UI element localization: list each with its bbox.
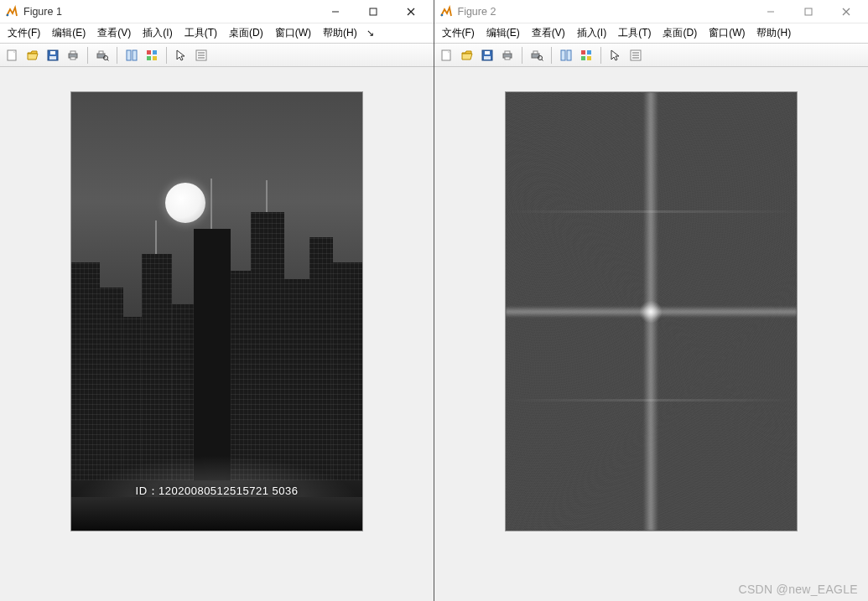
svg-line-16	[107, 60, 109, 61]
save-icon[interactable]	[478, 46, 496, 65]
skyline	[71, 229, 362, 480]
toolbar-separator	[166, 47, 167, 64]
pointer-icon[interactable]	[606, 46, 625, 65]
maximize-button[interactable]	[789, 0, 827, 23]
svg-rect-8	[50, 51, 55, 54]
svg-rect-11	[70, 51, 75, 54]
moon	[165, 183, 205, 223]
maximize-button[interactable]	[355, 0, 392, 23]
menu-edit[interactable]: 编辑(E)	[481, 24, 526, 42]
svg-rect-47	[587, 50, 591, 54]
fft-dc-component	[640, 301, 662, 323]
toolbar	[434, 44, 869, 67]
titlebar[interactable]: Figure 1	[0, 0, 434, 23]
figure-canvas[interactable]	[434, 67, 869, 601]
svg-rect-17	[127, 50, 131, 60]
menu-help[interactable]: 帮助(H)	[317, 24, 363, 42]
svg-rect-9	[49, 56, 56, 60]
svg-rect-36	[484, 56, 491, 60]
menu-tools[interactable]: 工具(T)	[179, 24, 223, 42]
toolbar	[0, 44, 434, 67]
water	[71, 497, 362, 531]
open-icon[interactable]	[23, 46, 42, 65]
menu-view[interactable]: 查看(V)	[526, 24, 571, 42]
svg-rect-38	[505, 51, 510, 54]
svg-rect-21	[147, 56, 151, 60]
menubar: 文件(F) 编辑(E) 查看(V) 插入(I) 工具(T) 桌面(D) 窗口(W…	[434, 23, 869, 44]
menu-help[interactable]: 帮助(H)	[751, 24, 797, 42]
toolbar-separator	[117, 47, 117, 64]
figure-window-1: Figure 1 文件(F) 编辑(E) 查看(V) 插入(I) 工具(T) 桌…	[0, 0, 434, 601]
menu-insert[interactable]: 插入(I)	[137, 24, 178, 42]
menu-file[interactable]: 文件(F)	[2, 24, 46, 42]
new-figure-icon[interactable]	[3, 46, 22, 65]
menu-window[interactable]: 窗口(W)	[269, 24, 317, 42]
print-preview-icon[interactable]	[93, 46, 112, 65]
svg-rect-19	[147, 50, 151, 54]
link-axes-icon[interactable]	[557, 46, 575, 65]
close-button[interactable]	[392, 0, 430, 23]
pointer-icon[interactable]	[172, 46, 190, 65]
menu-overflow-icon[interactable]: ↘	[363, 26, 377, 40]
displayed-image: ID：12020080512515721 5036	[71, 92, 362, 531]
svg-rect-18	[133, 50, 137, 60]
svg-point-27	[440, 13, 443, 16]
svg-line-43	[542, 60, 543, 61]
window-title: Figure 1	[23, 6, 317, 18]
displayed-image	[506, 92, 797, 531]
matlab-figure-icon	[439, 5, 453, 18]
insert-colorbar-icon[interactable]	[143, 46, 161, 65]
matlab-figure-icon	[5, 5, 18, 18]
figure-window-2: Figure 2 文件(F) 编辑(E) 查看(V) 插入(I) 工具(T) 桌…	[434, 0, 869, 601]
toolbar-separator	[600, 47, 601, 64]
link-axes-icon[interactable]	[122, 46, 141, 65]
print-icon[interactable]	[64, 46, 82, 65]
toolbar-separator	[522, 47, 522, 64]
print-icon[interactable]	[498, 46, 517, 65]
menu-desktop[interactable]: 桌面(D)	[223, 24, 269, 42]
new-figure-icon[interactable]	[438, 46, 456, 65]
svg-rect-39	[505, 57, 510, 60]
menu-insert[interactable]: 插入(I)	[571, 24, 612, 42]
svg-rect-12	[70, 57, 75, 60]
window-title: Figure 2	[458, 6, 752, 18]
svg-point-0	[7, 13, 9, 16]
save-icon[interactable]	[44, 46, 62, 65]
toolbar-separator	[551, 47, 552, 64]
svg-rect-45	[567, 50, 571, 60]
menu-window[interactable]: 窗口(W)	[703, 24, 751, 42]
menu-view[interactable]: 查看(V)	[91, 24, 137, 42]
toolbar-separator	[87, 47, 88, 64]
svg-rect-49	[587, 56, 591, 60]
data-cursor-icon[interactable]	[192, 46, 211, 65]
svg-rect-14	[99, 51, 103, 54]
insert-colorbar-icon[interactable]	[577, 46, 595, 65]
menu-edit[interactable]: 编辑(E)	[46, 24, 91, 42]
svg-rect-35	[485, 51, 490, 54]
print-preview-icon[interactable]	[528, 46, 546, 65]
titlebar[interactable]: Figure 2	[434, 0, 869, 23]
svg-rect-29	[805, 8, 812, 15]
svg-rect-41	[533, 51, 538, 54]
svg-rect-46	[581, 50, 585, 54]
close-button[interactable]	[827, 0, 865, 23]
svg-rect-44	[561, 50, 565, 60]
svg-rect-48	[581, 56, 585, 60]
image-id-label: ID：12020080512515721 5036	[136, 484, 299, 499]
figure-canvas[interactable]: ID：12020080512515721 5036	[0, 67, 434, 601]
data-cursor-icon[interactable]	[626, 46, 645, 65]
open-icon[interactable]	[458, 46, 476, 65]
menu-desktop[interactable]: 桌面(D)	[657, 24, 703, 42]
minimize-button[interactable]	[317, 0, 355, 23]
svg-rect-22	[153, 56, 157, 60]
menu-tools[interactable]: 工具(T)	[612, 24, 657, 42]
minimize-button[interactable]	[751, 0, 789, 23]
svg-rect-2	[370, 8, 377, 15]
menu-file[interactable]: 文件(F)	[436, 24, 481, 42]
svg-rect-20	[153, 50, 157, 54]
menubar: 文件(F) 编辑(E) 查看(V) 插入(I) 工具(T) 桌面(D) 窗口(W…	[0, 23, 434, 44]
